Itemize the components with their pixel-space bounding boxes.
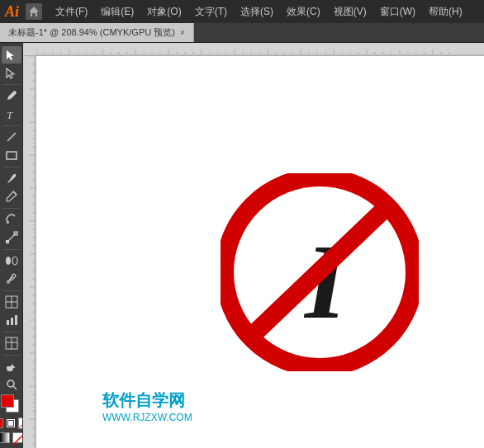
tab-label: 未标题-1* @ 208.94% (CMYK/GPU 预览) — [8, 26, 175, 39]
color-area — [0, 394, 23, 448]
paintbrush-tool[interactable] — [2, 170, 21, 187]
separator-3 — [3, 167, 20, 167]
svg-rect-13 — [15, 315, 17, 325]
menu-file[interactable]: 文件(F) — [49, 0, 94, 23]
document-tab[interactable]: 未标题-1* @ 208.94% (CMYK/GPU 预览) × — [0, 23, 194, 42]
svg-line-19 — [13, 386, 17, 389]
app-logo: Ai — [5, 4, 19, 19]
tab-bar: 未标题-1* @ 208.94% (CMYK/GPU 预览) × — [0, 23, 484, 43]
stroke-box[interactable] — [6, 418, 16, 428]
svg-rect-17 — [7, 366, 15, 368]
separator-5 — [3, 249, 20, 250]
color-swatches[interactable] — [1, 394, 22, 416]
zoom-tool[interactable] — [2, 376, 21, 394]
svg-point-7 — [12, 257, 17, 265]
rotate-tool[interactable] — [2, 211, 21, 229]
eyedropper-tool[interactable] — [2, 271, 21, 288]
menu-type[interactable]: 文字(T) — [188, 0, 234, 23]
foreground-color-swatch[interactable] — [1, 394, 14, 408]
svg-line-20 — [13, 436, 22, 445]
canvas-document[interactable]: I 软件自学网 WWW.RJZXW.COM — [36, 56, 484, 448]
menu-view[interactable]: 视图(V) — [327, 0, 373, 23]
watermark: 软件自学网 WWW.RJZXW.COM — [102, 389, 192, 423]
menu-window[interactable]: 窗口(W) — [373, 0, 422, 23]
menu-edit[interactable]: 编辑(E) — [94, 0, 140, 23]
pen-tool[interactable] — [2, 87, 21, 105]
direct-select-tool[interactable] — [2, 64, 21, 82]
menu-items: 文件(F) 编辑(E) 对象(O) 文字(T) 选择(S) 效果(C) 视图(V… — [49, 0, 479, 23]
ruler-top — [23, 43, 484, 56]
svg-text:T: T — [7, 109, 13, 121]
svg-rect-2 — [7, 152, 17, 159]
menu-select[interactable]: 选择(S) — [234, 0, 280, 23]
hand-tool[interactable] — [2, 358, 21, 375]
svg-rect-12 — [11, 318, 13, 325]
separator-2 — [3, 125, 20, 126]
toolbar: T — [0, 43, 23, 448]
svg-point-6 — [6, 257, 11, 265]
canvas-area[interactable]: I 软件自学网 WWW.RJZXW.COM — [23, 43, 484, 448]
chart-tool[interactable] — [2, 312, 21, 329]
rectangle-tool[interactable] — [2, 147, 21, 164]
ruler-left — [23, 56, 36, 448]
menu-object[interactable]: 对象(O) — [140, 0, 187, 23]
fill-box[interactable] — [0, 418, 3, 428]
color-mode-row — [0, 432, 23, 443]
tab-close-button[interactable]: × — [180, 28, 185, 37]
menu-effect[interactable]: 效果(C) — [280, 0, 327, 23]
gradient-swatch[interactable] — [0, 432, 10, 443]
svg-rect-4 — [6, 240, 9, 243]
none-swatch[interactable] — [12, 432, 23, 443]
home-icon[interactable] — [26, 3, 42, 20]
no-sign: I — [221, 173, 419, 371]
gradient-mesh-tool[interactable] — [2, 294, 21, 311]
watermark-line2: WWW.RJZXW.COM — [102, 412, 192, 423]
watermark-line1: 软件自学网 — [102, 389, 192, 412]
pencil-tool[interactable] — [2, 188, 21, 205]
line-tool[interactable] — [2, 129, 21, 146]
separator-7 — [3, 332, 20, 332]
svg-line-3 — [13, 191, 17, 195]
blend-tool[interactable] — [2, 252, 21, 270]
separator-6 — [3, 290, 20, 291]
scale-tool[interactable] — [2, 229, 21, 247]
fill-stroke-row — [0, 417, 23, 429]
type-tool[interactable]: T — [2, 106, 21, 123]
separator-4 — [3, 208, 20, 209]
separator-1 — [3, 84, 20, 85]
svg-point-18 — [7, 380, 14, 387]
select-tool[interactable] — [2, 46, 21, 64]
separator-8 — [3, 355, 20, 356]
svg-rect-11 — [7, 320, 9, 325]
svg-line-1 — [7, 133, 16, 141]
main-layout: T — [0, 43, 484, 448]
slice-tool[interactable] — [2, 335, 21, 352]
menu-bar: Ai 文件(F) 编辑(E) 对象(O) 文字(T) 选择(S) 效果(C) 视… — [0, 0, 484, 23]
menu-help[interactable]: 帮助(H) — [422, 0, 469, 23]
